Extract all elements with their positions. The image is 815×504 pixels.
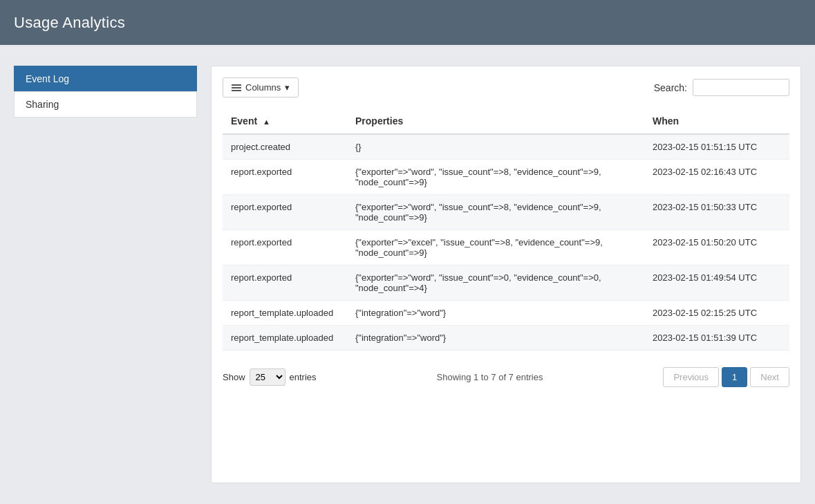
search-label: Search:	[654, 82, 687, 93]
page-1-button[interactable]: 1	[722, 367, 747, 387]
cell-event: report_template.uploaded	[223, 301, 347, 326]
table-row: report.exported{"exporter"=>"excel", "is…	[223, 230, 789, 265]
chevron-down-icon: ▾	[285, 82, 290, 93]
entries-select[interactable]: 102550100	[250, 368, 285, 386]
app-title: Usage Analytics	[14, 14, 125, 32]
table-row: project.created{}2023-02-15 01:51:15 UTC	[223, 134, 789, 160]
next-button[interactable]: Next	[750, 367, 789, 387]
cell-event: report_template.uploaded	[223, 326, 347, 351]
main-layout: Event Log Sharing Columns ▾ Search:	[0, 45, 815, 504]
table-header-row: Event ▲ Properties When	[223, 109, 789, 134]
table-row: report.exported{"exporter"=>"word", "iss…	[223, 195, 789, 230]
show-label: Show	[223, 372, 245, 382]
table-row: report_template.uploaded{"integration"=>…	[223, 301, 789, 326]
sort-arrow-icon: ▲	[263, 118, 270, 126]
entries-label: entries	[290, 372, 317, 382]
cell-when: 2023-02-15 01:50:20 UTC	[644, 230, 789, 265]
table-row: report.exported{"exporter"=>"word", "iss…	[223, 160, 789, 195]
cell-properties: {"exporter"=>"excel", "issue_count"=>8, …	[347, 230, 644, 265]
columns-icon	[232, 84, 241, 91]
cell-event: report.exported	[223, 265, 347, 301]
cell-event: report.exported	[223, 195, 347, 230]
cell-properties: {"integration"=>"word"}	[347, 326, 644, 351]
cell-properties: {"integration"=>"word"}	[347, 301, 644, 326]
column-header-when: When	[644, 109, 789, 134]
cell-properties: {}	[347, 134, 644, 160]
cell-when: 2023-02-15 02:15:25 UTC	[644, 301, 789, 326]
show-entries: Show 102550100 entries	[223, 368, 317, 386]
table-row: report.exported{"exporter"=>"word", "iss…	[223, 265, 789, 301]
previous-button[interactable]: Previous	[663, 367, 719, 387]
cell-event: project.created	[223, 134, 347, 160]
content-area: Columns ▾ Search: Event ▲ Properties	[211, 66, 801, 483]
columns-button[interactable]: Columns ▾	[223, 77, 299, 97]
search-input[interactable]	[693, 79, 789, 96]
sidebar-item-sharing[interactable]: Sharing	[14, 91, 197, 118]
sidebar: Event Log Sharing	[14, 66, 197, 483]
table-row: report_template.uploaded{"integration"=>…	[223, 326, 789, 351]
event-table: Event ▲ Properties When project.created{…	[223, 109, 789, 351]
column-header-event[interactable]: Event ▲	[223, 109, 347, 134]
table-body: project.created{}2023-02-15 01:51:15 UTC…	[223, 134, 789, 351]
cell-event: report.exported	[223, 230, 347, 265]
cell-when: 2023-02-15 02:16:43 UTC	[644, 160, 789, 195]
cell-when: 2023-02-15 01:50:33 UTC	[644, 195, 789, 230]
cell-when: 2023-02-15 01:51:39 UTC	[644, 326, 789, 351]
sidebar-item-event-log[interactable]: Event Log	[14, 66, 197, 91]
cell-event: report.exported	[223, 160, 347, 195]
toolbar: Columns ▾ Search:	[223, 77, 789, 97]
column-header-properties: Properties	[347, 109, 644, 134]
app-header: Usage Analytics	[0, 0, 815, 45]
pagination: Previous 1 Next	[663, 367, 789, 387]
search-area: Search:	[654, 79, 789, 96]
cell-when: 2023-02-15 01:49:54 UTC	[644, 265, 789, 301]
cell-properties: {"exporter"=>"word", "issue_count"=>8, "…	[347, 195, 644, 230]
showing-info: Showing 1 to 7 of 7 entries	[437, 372, 543, 382]
table-footer: Show 102550100 entries Showing 1 to 7 of…	[223, 362, 789, 387]
cell-properties: {"exporter"=>"word", "issue_count"=>8, "…	[347, 160, 644, 195]
cell-properties: {"exporter"=>"word", "issue_count"=>0, "…	[347, 265, 644, 301]
cell-when: 2023-02-15 01:51:15 UTC	[644, 134, 789, 160]
